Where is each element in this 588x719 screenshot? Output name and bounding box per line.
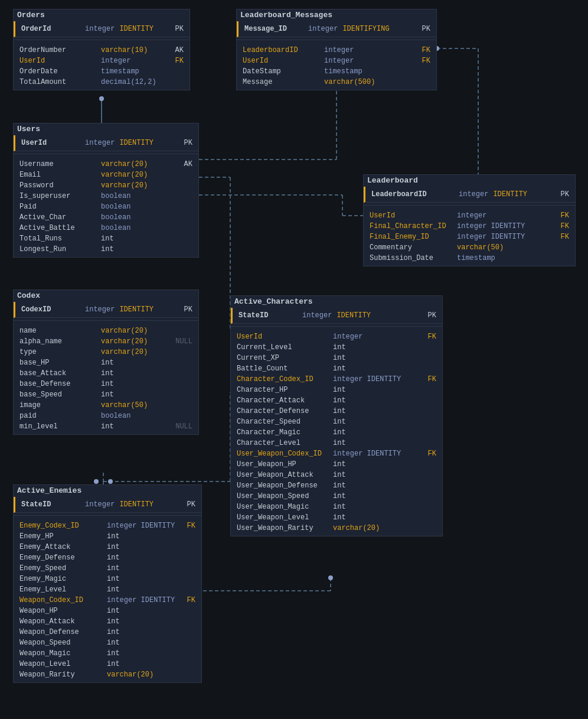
active-characters-table: Active_Characters StateID integer IDENTI… — [230, 295, 443, 536]
table-row: Enemy_Magic int — [14, 574, 201, 584]
orders-pk-name: OrderId — [21, 25, 80, 33]
table-row: UserId integer FK — [231, 331, 442, 342]
table-row: User_Weapon_HP int — [231, 459, 442, 470]
table-row: Commentary varchar(50) — [364, 242, 575, 253]
leaderboard-body: UserId integer FK Final_Character_ID int… — [364, 208, 575, 266]
ac-body: UserId integer FK Current_Level int Curr… — [231, 329, 442, 536]
table-row: paid boolean — [14, 411, 198, 421]
table-row: DateStamp timestamp — [237, 66, 436, 77]
table-row: Active_Battle boolean — [14, 223, 198, 233]
codex-table: Codex CodexID integer IDENTITY PK name v… — [13, 289, 199, 435]
ae-body: Enemy_Codex_ID integer IDENTITY FK Enemy… — [14, 518, 201, 682]
table-row: image varchar(50) — [14, 400, 198, 411]
orders-pk-badge: PK — [175, 25, 184, 33]
table-row: Longest_Run int — [14, 244, 198, 255]
orders-table: Orders OrderId integer IDENTITY PK Order… — [13, 9, 190, 90]
table-row: name varchar(20) — [14, 326, 198, 336]
lm-title: Leaderboard_Messages — [237, 9, 436, 21]
table-row: Weapon_Defense int — [14, 627, 201, 637]
codex-header: CodexID integer IDENTITY PK — [14, 302, 198, 318]
table-row: Weapon_Speed int — [14, 637, 201, 648]
table-row: Is_superuser boolean — [14, 191, 198, 201]
leaderboard-header: LeaderboardID integer IDENTITY PK — [364, 187, 575, 203]
users-table: Users UserId integer IDENTITY PK Usernam… — [13, 123, 199, 258]
table-row: User_Weapon_Defense int — [231, 480, 442, 491]
ae-title: Active_Enemies — [14, 485, 201, 497]
table-row: Enemy_Speed int — [14, 563, 201, 574]
lm-pk-name: Message_ID — [244, 25, 303, 33]
users-pk-name: UserId — [21, 139, 80, 147]
diagram-container: Orders OrderId integer IDENTITY PK Order… — [0, 0, 588, 719]
svg-point-21 — [328, 575, 333, 580]
table-row: User_Weapon_Codex_ID integer IDENTITY FK — [231, 448, 442, 459]
orders-body: OrderNumber varchar(10) AK UserId intege… — [14, 43, 190, 90]
table-row: base_Attack int — [14, 368, 198, 379]
table-row: User_Weapon_Attack int — [231, 470, 442, 480]
active-enemies-table: Active_Enemies StateID integer IDENTITY … — [13, 484, 202, 683]
lm-body: LeaderboardID integer FK UserId integer … — [237, 43, 436, 90]
table-row: Weapon_Level int — [14, 659, 201, 669]
table-row: UserId integer FK — [364, 210, 575, 221]
table-row: Character_Codex_ID integer IDENTITY FK — [231, 374, 442, 385]
lm-pk-identity: IDENTIFYING — [342, 25, 389, 33]
orders-pk-type: integer — [85, 25, 115, 33]
table-row: LeaderboardID integer FK — [237, 45, 436, 56]
table-row: base_Speed int — [14, 389, 198, 400]
table-row: Character_Magic int — [231, 427, 442, 438]
users-title: Users — [14, 123, 198, 135]
svg-point-16 — [94, 479, 99, 484]
lm-pk-type: integer — [308, 25, 338, 33]
leaderboard-messages-table: Leaderboard_Messages Message_ID integer … — [236, 9, 437, 90]
table-row: TotalAmount decimal(12,2) — [14, 77, 190, 87]
table-row: base_Defense int — [14, 379, 198, 389]
table-row: User_Weapon_Rarity varchar(20) — [231, 523, 442, 533]
ae-header: StateID integer IDENTITY PK — [14, 497, 201, 513]
codex-title: Codex — [14, 290, 198, 302]
table-row: min_level int NULL — [14, 421, 198, 432]
table-row: base_HP int — [14, 357, 198, 368]
table-row: Character_Level int — [231, 438, 442, 448]
table-row: Active_Char boolean — [14, 212, 198, 223]
table-row: alpha_name varchar(20) NULL — [14, 336, 198, 347]
table-row: Character_Defense int — [231, 406, 442, 417]
table-row: Weapon_Magic int — [14, 648, 201, 659]
table-row: Weapon_Attack int — [14, 616, 201, 627]
codex-body: name varchar(20) alpha_name varchar(20) … — [14, 323, 198, 434]
table-row: Current_Level int — [231, 342, 442, 353]
table-row: Submission_Date timestamp — [364, 253, 575, 263]
ac-title: Active_Characters — [231, 296, 442, 308]
table-row: Total_Runs int — [14, 233, 198, 244]
orders-pk-identity: IDENTITY — [119, 25, 153, 33]
table-row: OrderDate timestamp — [14, 66, 190, 77]
table-row: Enemy_Attack int — [14, 542, 201, 552]
table-row: Current_XP int — [231, 353, 442, 363]
table-row: type varchar(20) — [14, 347, 198, 357]
table-row: Character_Attack int — [231, 395, 442, 406]
table-row: Paid boolean — [14, 201, 198, 212]
table-row: Final_Enemy_ID integer IDENTITY FK — [364, 232, 575, 242]
users-body: Username varchar(20) AK Email varchar(20… — [14, 157, 198, 257]
table-row: Email varchar(20) — [14, 170, 198, 180]
table-row: OrderNumber varchar(10) AK — [14, 45, 190, 56]
leaderboard-table: Leaderboard LeaderboardID integer IDENTI… — [363, 174, 576, 266]
table-row: Enemy_HP int — [14, 531, 201, 542]
orders-header: OrderId integer IDENTITY PK — [14, 21, 190, 37]
svg-point-17 — [108, 479, 113, 484]
table-row: Enemy_Level int — [14, 584, 201, 595]
table-row: Message varchar(500) — [237, 77, 436, 87]
users-header: UserId integer IDENTITY PK — [14, 135, 198, 151]
orders-title: Orders — [14, 9, 190, 21]
leaderboard-title: Leaderboard — [364, 175, 575, 187]
table-row: Character_Speed int — [231, 417, 442, 427]
table-row: Enemy_Codex_ID integer IDENTITY FK — [14, 520, 201, 531]
lm-pk-badge: PK — [422, 25, 430, 33]
table-row: UserId integer FK — [237, 56, 436, 66]
table-row: UserId integer FK — [14, 56, 190, 66]
table-row: Final_Character_ID integer IDENTITY FK — [364, 221, 575, 232]
table-row: Character_HP int — [231, 385, 442, 395]
table-row: Password varchar(20) — [14, 180, 198, 191]
table-row: Weapon_HP int — [14, 606, 201, 616]
table-row: Weapon_Codex_ID integer IDENTITY FK — [14, 595, 201, 606]
ac-header: StateID integer IDENTITY PK — [231, 308, 442, 324]
table-row: User_Weapon_Speed int — [231, 491, 442, 502]
